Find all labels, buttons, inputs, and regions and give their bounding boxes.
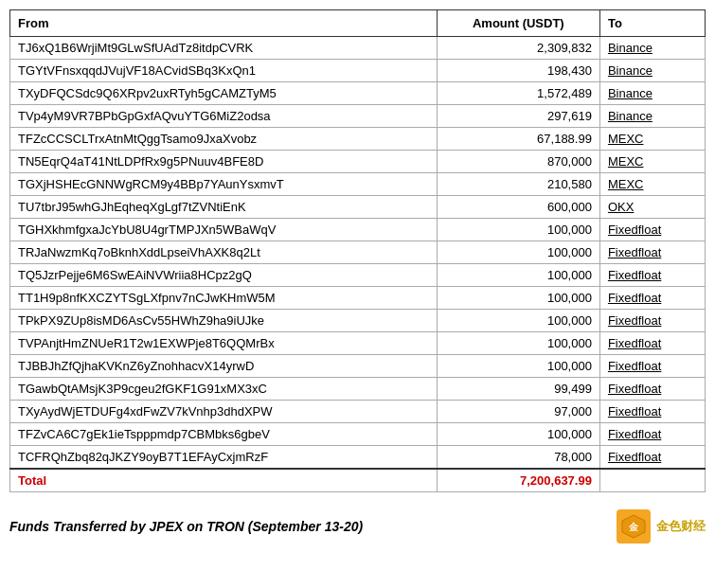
cell-from: TCFRQhZbq82qJKZY9oyB7T1EFAyCxjmRzF xyxy=(10,446,438,470)
cell-from: TRJaNwzmKq7oBknhXddLpseiVhAXK8q2Lt xyxy=(10,241,438,264)
total-label: Total xyxy=(10,469,438,492)
cell-to: Binance xyxy=(599,37,705,60)
cell-from: TJBBJhZfQjhaKVKnZ6yZnohhacvX14yrwD xyxy=(10,355,438,378)
table-row: TGHXkhmfgxaJcYbU8U4grTMPJXn5WBaWqV100,00… xyxy=(10,219,706,241)
table-row: TXyDFQCSdc9Q6XRpv2uxRTyh5gCAMZTyM51,572,… xyxy=(10,82,706,105)
total-row: Total 7,200,637.99 xyxy=(10,469,706,492)
cell-from: TXyAydWjETDUFg4xdFwZV7kVnhp3dhdXPW xyxy=(10,401,438,423)
cell-amount: 97,000 xyxy=(437,401,599,423)
header-amount: Amount (USDT) xyxy=(437,10,599,37)
cell-amount: 78,000 xyxy=(437,446,599,470)
cell-from: TJ6xQ1B6WrjiMt9GLwSfUAdTz8itdpCVRK xyxy=(10,37,438,60)
cell-from: TN5EqrQ4aT41NtLDPfRx9g5PNuuv4BFE8D xyxy=(10,151,438,173)
table-row: TFZcCCSCLTrxAtnMtQggTsamo9JxaXvobz67,188… xyxy=(10,128,706,151)
logo-icon: 金 xyxy=(617,509,651,543)
table-row: TGXjHSHEcGNNWgRCM9y4BBp7YAunYsxmvT210,58… xyxy=(10,173,706,196)
cell-from: TQ5JzrPejje6M6SwEAiNVWriia8HCpz2gQ xyxy=(10,264,438,287)
header-from: From xyxy=(10,10,438,37)
table-row: TT1H9p8nfKXCZYTSgLXfpnv7nCJwKHmW5M100,00… xyxy=(10,287,706,310)
cell-to: Fixedfloat xyxy=(599,378,705,401)
table-row: TQ5JzrPejje6M6SwEAiNVWriia8HCpz2gQ100,00… xyxy=(10,264,706,287)
cell-to: MEXC xyxy=(599,151,705,173)
cell-to: Binance xyxy=(599,105,705,128)
table-row: TU7tbrJ95whGJhEqheqXgLgf7tZVNtiEnK600,00… xyxy=(10,196,706,219)
cell-to: Fixedfloat xyxy=(599,241,705,264)
header-to: To xyxy=(599,10,705,37)
total-amount: 7,200,637.99 xyxy=(437,469,599,492)
cell-from: TFZcCCSCLTrxAtnMtQggTsamo9JxaXvobz xyxy=(10,128,438,151)
cell-amount: 297,619 xyxy=(437,105,599,128)
table-row: TGawbQtAMsjK3P9cgeu2fGKF1G91xMX3xC99,499… xyxy=(10,378,706,401)
svg-text:金: 金 xyxy=(628,522,639,532)
cell-amount: 100,000 xyxy=(437,310,599,332)
cell-to: Fixedfloat xyxy=(599,264,705,287)
table-row: TGYtVFnsxqqdJVujVF18ACvidSBq3KxQn1198,43… xyxy=(10,60,706,82)
logo-box: 金 金色财经 xyxy=(617,509,706,543)
cell-amount: 1,572,489 xyxy=(437,82,599,105)
footer-text: Funds Transferred by JPEX on TRON (Septe… xyxy=(9,519,363,534)
cell-to: Fixedfloat xyxy=(599,446,705,470)
cell-amount: 2,309,832 xyxy=(437,37,599,60)
logo-svg: 金 xyxy=(620,513,647,540)
table-row: TXyAydWjETDUFg4xdFwZV7kVnhp3dhdXPW97,000… xyxy=(10,401,706,423)
cell-to: Fixedfloat xyxy=(599,355,705,378)
cell-from: TXyDFQCSdc9Q6XRpv2uxRTyh5gCAMZTyM5 xyxy=(10,82,438,105)
table-row: TVPAnjtHmZNUeR1T2w1EXWPje8T6QQMrBx100,00… xyxy=(10,332,706,355)
cell-to: OKX xyxy=(599,196,705,219)
cell-to: Fixedfloat xyxy=(599,423,705,446)
footer: Funds Transferred by JPEX on TRON (Septe… xyxy=(9,509,706,543)
cell-amount: 100,000 xyxy=(437,264,599,287)
cell-amount: 100,000 xyxy=(437,332,599,355)
cell-amount: 100,000 xyxy=(437,241,599,264)
table-row: TVp4yM9VR7BPbGpGxfAQvuYTG6MiZ2odsa297,61… xyxy=(10,105,706,128)
cell-to: Fixedfloat xyxy=(599,332,705,355)
cell-from: TGXjHSHEcGNNWgRCM9y4BBp7YAunYsxmvT xyxy=(10,173,438,196)
cell-from: TGYtVFnsxqqdJVujVF18ACvidSBq3KxQn1 xyxy=(10,60,438,82)
table-row: TRJaNwzmKq7oBknhXddLpseiVhAXK8q2Lt100,00… xyxy=(10,241,706,264)
cell-to: MEXC xyxy=(599,128,705,151)
cell-from: TVPAnjtHmZNUeR1T2w1EXWPje8T6QQMrBx xyxy=(10,332,438,355)
table-row: TFZvCA6C7gEk1ieTspppmdp7CBMbks6gbeV100,0… xyxy=(10,423,706,446)
cell-from: TU7tbrJ95whGJhEqheqXgLgf7tZVNtiEnK xyxy=(10,196,438,219)
table-row: TJBBJhZfQjhaKVKnZ6yZnohhacvX14yrwD100,00… xyxy=(10,355,706,378)
total-to xyxy=(599,469,705,492)
cell-from: TGHXkhmfgxaJcYbU8U4grTMPJXn5WBaWqV xyxy=(10,219,438,241)
cell-amount: 870,000 xyxy=(437,151,599,173)
logo-text: 金色财经 xyxy=(656,518,706,535)
cell-amount: 99,499 xyxy=(437,378,599,401)
cell-amount: 100,000 xyxy=(437,423,599,446)
cell-from: TVp4yM9VR7BPbGpGxfAQvuYTG6MiZ2odsa xyxy=(10,105,438,128)
cell-amount: 210,580 xyxy=(437,173,599,196)
cell-amount: 100,000 xyxy=(437,219,599,241)
cell-from: TGawbQtAMsjK3P9cgeu2fGKF1G91xMX3xC xyxy=(10,378,438,401)
table-row: TPkPX9ZUp8isMD6AsCv55HWhZ9ha9iUJke100,00… xyxy=(10,310,706,332)
cell-to: Fixedfloat xyxy=(599,401,705,423)
cell-to: Binance xyxy=(599,60,705,82)
cell-amount: 67,188.99 xyxy=(437,128,599,151)
table-row: TCFRQhZbq82qJKZY9oyB7T1EFAyCxjmRzF78,000… xyxy=(10,446,706,470)
table-row: TJ6xQ1B6WrjiMt9GLwSfUAdTz8itdpCVRK2,309,… xyxy=(10,37,706,60)
table-row: TN5EqrQ4aT41NtLDPfRx9g5PNuuv4BFE8D870,00… xyxy=(10,151,706,173)
cell-amount: 100,000 xyxy=(437,287,599,310)
cell-to: Fixedfloat xyxy=(599,310,705,332)
cell-to: Fixedfloat xyxy=(599,287,705,310)
cell-amount: 600,000 xyxy=(437,196,599,219)
cell-amount: 198,430 xyxy=(437,60,599,82)
cell-to: MEXC xyxy=(599,173,705,196)
cell-to: Binance xyxy=(599,82,705,105)
cell-amount: 100,000 xyxy=(437,355,599,378)
cell-from: TFZvCA6C7gEk1ieTspppmdp7CBMbks6gbeV xyxy=(10,423,438,446)
cell-from: TPkPX9ZUp8isMD6AsCv55HWhZ9ha9iUJke xyxy=(10,310,438,332)
transfers-table: From Amount (USDT) To TJ6xQ1B6WrjiMt9GLw… xyxy=(9,9,706,492)
cell-to: Fixedfloat xyxy=(599,219,705,241)
cell-from: TT1H9p8nfKXCZYTSgLXfpnv7nCJwKHmW5M xyxy=(10,287,438,310)
